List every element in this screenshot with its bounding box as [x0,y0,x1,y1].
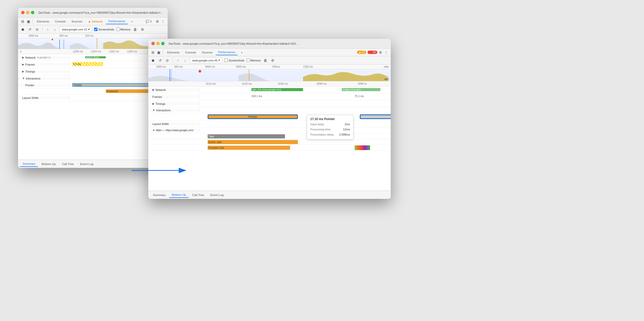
tab-network-1[interactable]: ▲ Network [85,19,105,24]
clear-icon-2[interactable]: ⊘ [165,58,170,63]
memory-check-2[interactable]: Memory [247,59,261,62]
interactions-track-2: ▼ Interactions [148,107,391,113]
url-selector-2[interactable]: www.google.com #5 ▾ [190,58,222,63]
tab-event-log-2[interactable]: Event Log [208,192,226,198]
timings-track-row: ▶ Timings [18,68,168,75]
url-dropdown-icon[interactable]: ▾ [88,28,90,31]
download-icon-1[interactable]: ↓ [52,27,58,32]
pointer-row-2: Pointer [148,113,391,121]
tab-console-2[interactable]: Console [183,50,199,55]
interactions-text-2: Interactions [156,109,171,112]
layout-shifts-text-1: Layout Shifts [22,96,39,99]
function-call-row: Function Call [148,145,391,151]
main-arrow[interactable]: ▼ [152,129,155,132]
settings-perf-icon-2[interactable]: ⚙ [270,58,275,63]
mini-timeline-1: 1000 ms 300 ms 220 ms [18,34,168,49]
tab-elements-1[interactable]: Elements [34,19,52,24]
camera-icon-1[interactable]: ⚙ [140,27,145,32]
bottom-tabs-2: Summary Bottom-Up Call Tree Event Log [148,191,391,199]
tab-event-log-1[interactable]: Event Log [77,161,96,167]
tab-sources-2[interactable]: Sources [199,50,215,55]
upload-icon-1[interactable]: ↑ [45,27,50,32]
svg-rect-7 [249,69,249,81]
more-icon-1[interactable]: ⋮ [160,19,166,24]
url-dropdown-icon-2[interactable]: ▾ [218,59,220,62]
url-text-1: www.google.com #1 [62,28,87,31]
tab-summary-1[interactable]: Summary [20,161,38,167]
tab-sources-1[interactable]: Sources [69,19,85,24]
frames-text-1: Frames [25,63,35,66]
tab-performance-1[interactable]: Performance [106,19,128,24]
maximize-button-2[interactable] [161,42,165,45]
close-button-1[interactable] [21,11,25,14]
settings-icon-2[interactable]: ⚙ [378,50,383,55]
tooltip-proc-label: Processing time [310,127,330,132]
record-icon-1[interactable]: ⏺ [20,27,25,32]
network-arrow[interactable]: ▶ [22,56,24,59]
layout-shifts-row-1: Layout Shifts [18,95,168,101]
devtools-window-2: DevTools - www.google.com/search?sca_esv… [148,39,391,199]
window-title-1: DevTools - www.google.com/search?sca_esv… [38,11,165,14]
t2-tick4: 4000 ms [236,65,246,68]
tooltip-title: 17.10 ms Pointer [310,117,350,121]
ruler-tick-3: -1202 ms [108,50,119,53]
timings-arrow[interactable]: ▶ [22,70,24,73]
r2-tick5: -3090 m [357,82,367,85]
interactions-label-1: ▼ Interactions [18,77,70,80]
selector-icon-2[interactable]: ⊞ [150,50,156,55]
tab-bar-2: ⊞ ▣ Elements Console Sources Performance… [148,49,391,56]
url-selector-1[interactable]: www.google.com #1 ▾ [60,27,92,32]
minimize-button-1[interactable] [26,11,29,14]
cpu-label: CPU [384,66,389,68]
timings-arrow-2[interactable]: ▶ [152,102,154,105]
interactions-arrow-2[interactable]: ▼ [152,109,155,112]
pointer-bar-2-main[interactable]: Pointer [208,114,298,119]
screenshots-check-1[interactable]: Screenshots [94,28,114,31]
perf-toolbar-2: ⏺ ↺ ⊘ ↑ ↓ www.google.com #5 ▾ Screenshot… [148,56,391,65]
pointer-bar-2-right[interactable] [360,114,391,119]
trash-icon-1[interactable]: 🗑 [133,27,138,32]
event-click-row: Event: click [148,139,391,145]
clear-icon-1[interactable]: ⊘ [35,27,40,32]
tab-call-tree-2[interactable]: Call Tree [190,192,207,198]
pointer-label-1: Pointer [18,84,70,87]
frames-arrow[interactable]: ▶ [22,63,24,66]
device-icon[interactable]: ▣ [26,19,31,24]
memory-check-1[interactable]: Memory [116,28,131,31]
more-icon-2[interactable]: ⋮ [384,50,389,55]
tab-bottom-up-2[interactable]: Bottom-Up [169,192,189,198]
device-icon-2[interactable]: ▣ [156,50,161,55]
tab-console-1[interactable]: Console [52,19,68,24]
screenshots-check-2[interactable]: Screenshots [224,59,244,62]
tab-performance-2[interactable]: Performance [216,50,238,55]
svg-rect-1 [63,40,63,49]
record-icon-2[interactable]: ⏺ [150,58,156,63]
network-arrow-2[interactable]: ▶ [152,88,154,91]
refresh-icon-1[interactable]: ↺ [27,27,32,32]
pointer-bar-1[interactable]: Pointer [72,83,152,87]
upload-icon-2[interactable]: ↑ [175,58,181,63]
selector-icon[interactable]: ⊞ [20,19,25,24]
tab-chat-badge[interactable]: 💬 3 [143,19,154,24]
network-content-2: gen_204 (www.google.com) images (encrypt… [200,87,391,93]
maximize-button-1[interactable] [31,11,34,14]
main-content-2 [200,127,391,133]
images-bar: images (encrypte... [342,88,380,91]
minimize-button-2[interactable] [156,42,160,45]
svg-rect-3 [97,38,97,49]
tab-elements-2[interactable]: Elements [165,50,182,55]
tab-more-1[interactable]: » [128,19,135,24]
close-button-2[interactable] [151,42,155,45]
refresh-icon-2[interactable]: ↺ [158,58,163,63]
tab-summary-2[interactable]: Summary [150,192,168,198]
trash-icon-2[interactable]: 🗑 [263,58,268,63]
tab-bottom-up-1[interactable]: Bottom-Up [39,161,58,167]
interactions-arrow[interactable]: ▼ [22,77,25,80]
tab-more-2[interactable]: » [238,50,245,55]
settings-icon-1[interactable]: ⚙ [155,19,160,24]
download-icon-2[interactable]: ↓ [183,58,188,63]
traffic-lights-2 [151,42,165,45]
pointer-row-1: Pointer Pointer [18,82,168,88]
tab-call-tree-1[interactable]: Call Tree [59,161,76,167]
error-badge-2: ❗ 29 [368,51,377,54]
